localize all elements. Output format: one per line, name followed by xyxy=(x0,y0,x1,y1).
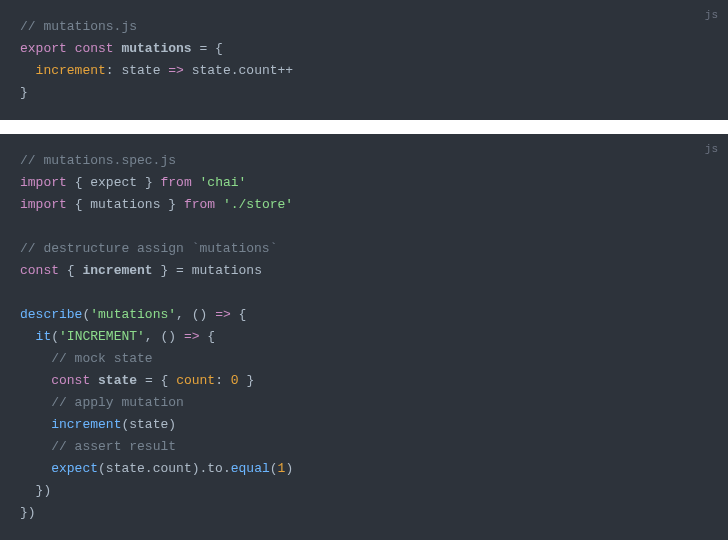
code-token: // assert result xyxy=(51,439,176,454)
code-token: // apply mutation xyxy=(51,395,184,410)
code-token: // mock state xyxy=(51,351,152,366)
code-token: count xyxy=(176,373,215,388)
code-token: => xyxy=(168,63,184,78)
code-content: // mutations.spec.js import { expect } f… xyxy=(20,150,708,524)
code-token: state xyxy=(121,63,160,78)
code-token xyxy=(207,41,215,56)
code-token: } xyxy=(246,373,254,388)
code-token: 'chai' xyxy=(200,175,247,190)
code-token xyxy=(20,63,36,78)
code-token: it xyxy=(36,329,52,344)
code-token: ++ xyxy=(278,63,294,78)
code-token: expect xyxy=(51,461,98,476)
code-token xyxy=(215,197,223,212)
code-token: count xyxy=(153,461,192,476)
code-token: export xyxy=(20,41,67,56)
code-token: mutations xyxy=(90,197,160,212)
code-token xyxy=(20,417,51,432)
code-token: ( xyxy=(98,461,106,476)
code-token: = xyxy=(145,373,153,388)
code-token xyxy=(184,63,192,78)
code-token xyxy=(20,351,51,366)
code-token: 'mutations' xyxy=(90,307,176,322)
code-token: // destructure assign `mutations` xyxy=(20,241,277,256)
code-token: ) xyxy=(168,417,176,432)
code-token: expect xyxy=(90,175,137,190)
code-token xyxy=(20,329,36,344)
code-token: const xyxy=(20,263,59,278)
code-token: // mutations.js xyxy=(20,19,137,34)
code-token: increment xyxy=(51,417,121,432)
code-token: const xyxy=(75,41,114,56)
code-token: ) xyxy=(192,461,200,476)
code-token: { xyxy=(207,329,215,344)
code-token: state xyxy=(98,373,137,388)
code-token xyxy=(90,373,98,388)
code-token xyxy=(20,219,28,234)
code-token: => xyxy=(215,307,231,322)
code-token: // mutations.spec.js xyxy=(20,153,176,168)
code-token: , xyxy=(176,307,184,322)
code-token: { xyxy=(67,263,75,278)
code-token: => xyxy=(184,329,200,344)
code-token: increment xyxy=(36,63,106,78)
code-token xyxy=(137,175,145,190)
code-token xyxy=(184,263,192,278)
code-token: = xyxy=(176,263,184,278)
code-token: . xyxy=(231,63,239,78)
language-label: js xyxy=(705,138,718,160)
code-token: { xyxy=(239,307,247,322)
code-token: mutations xyxy=(121,41,191,56)
code-token: state xyxy=(129,417,168,432)
code-token: describe xyxy=(20,307,82,322)
code-token xyxy=(20,285,28,300)
code-token: ( xyxy=(270,461,278,476)
code-token: count xyxy=(239,63,278,78)
code-token xyxy=(168,263,176,278)
code-token xyxy=(67,175,75,190)
code-token: import xyxy=(20,197,67,212)
code-token: 'INCREMENT' xyxy=(59,329,145,344)
code-token: } xyxy=(20,505,28,520)
code-token xyxy=(168,373,176,388)
code-token: } xyxy=(145,175,153,190)
code-token xyxy=(153,373,161,388)
code-token: . xyxy=(145,461,153,476)
code-token: : xyxy=(215,373,223,388)
code-token xyxy=(176,197,184,212)
code-block-1: js// mutations.spec.js import { expect }… xyxy=(0,134,728,540)
code-token xyxy=(20,461,51,476)
code-token: ) xyxy=(285,461,293,476)
code-token xyxy=(20,373,51,388)
code-content: // mutations.js export const mutations =… xyxy=(20,16,708,104)
code-token: state xyxy=(106,461,145,476)
code-token: from xyxy=(161,175,192,190)
code-token: from xyxy=(184,197,215,212)
code-token: ( xyxy=(51,329,59,344)
code-token: . xyxy=(223,461,231,476)
code-token xyxy=(20,483,36,498)
code-token: { xyxy=(215,41,223,56)
code-token xyxy=(184,307,192,322)
code-token: state xyxy=(192,63,231,78)
code-token xyxy=(192,175,200,190)
code-token: } xyxy=(20,85,28,100)
code-token xyxy=(67,197,75,212)
code-token: mutations xyxy=(192,263,262,278)
code-token xyxy=(176,329,184,344)
code-token: import xyxy=(20,175,67,190)
code-token: ) xyxy=(28,505,36,520)
code-token: to xyxy=(207,461,223,476)
code-token: ) xyxy=(43,483,51,498)
code-token xyxy=(20,395,51,410)
code-token: , xyxy=(145,329,153,344)
code-token: } xyxy=(168,197,176,212)
code-token xyxy=(231,307,239,322)
code-token xyxy=(137,373,145,388)
code-token xyxy=(20,439,51,454)
code-token xyxy=(207,307,215,322)
code-token: ( xyxy=(192,307,200,322)
code-block-0: js// mutations.js export const mutations… xyxy=(0,0,728,120)
code-token xyxy=(67,41,75,56)
code-token xyxy=(153,175,161,190)
